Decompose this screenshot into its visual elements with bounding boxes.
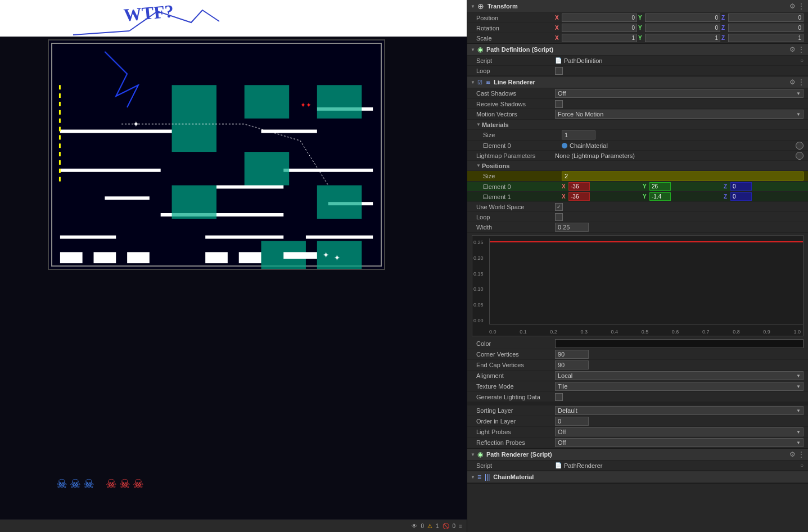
order-in-layer-input[interactable] (555, 417, 589, 426)
cast-shadows-value: Off (558, 90, 566, 97)
texture-mode-label: Texture Mode (476, 383, 555, 390)
chain-material-bars-icon: ||| (485, 473, 490, 481)
positions-size-input[interactable] (562, 172, 804, 181)
pathdef-script-circle[interactable]: ○ (800, 57, 804, 64)
material-dot-icon (562, 143, 567, 148)
motion-vectors-row: Motion Vectors Force No Motion ▼ (467, 109, 808, 120)
path-renderer-gear[interactable]: ⚙ (789, 450, 796, 458)
sorting-layer-row: Sorting Layer Default ▼ (467, 405, 808, 416)
pos-e0-z-label: Z (724, 183, 729, 190)
corner-vertices-label: Corner Vertices (476, 351, 555, 358)
motion-vectors-dropdown[interactable]: Force No Motion ▼ (555, 110, 804, 119)
graph-line-red (490, 241, 803, 242)
texture-mode-dropdown[interactable]: Tile ▼ (555, 382, 804, 391)
end-cap-vertices-label: End Cap Vertices (476, 362, 555, 368)
materials-foldout-row[interactable]: ▼ Materials (467, 120, 808, 130)
pos-e0-x-input[interactable] (568, 182, 590, 191)
pos-e0-y-input[interactable] (649, 182, 671, 191)
materials-size-label: Size (483, 132, 562, 138)
character-red-2: ☠ (119, 477, 130, 492)
path-renderer-icon: ◉ (477, 450, 483, 458)
positions-size-label: Size (483, 173, 562, 179)
lightmap-params-circle[interactable] (796, 152, 804, 160)
lr-enabled-checkbox[interactable]: ☑ (477, 79, 482, 85)
rot-z-input[interactable] (728, 24, 804, 32)
inspector-panel: ▼ ⊕ Transform ⚙ ⋮ Position X Y (467, 0, 808, 532)
path-renderer-header[interactable]: ▼ ◉ Path Renderer (Script) ⚙ ⋮ (467, 449, 808, 461)
pos-y-label: Y (638, 15, 644, 21)
line-renderer-header[interactable]: ▼ ☑ ≋ Line Renderer ⚙ ⋮ (467, 76, 808, 88)
pos-e1-z-input[interactable] (730, 192, 752, 201)
rot-x-input[interactable] (562, 24, 637, 32)
pos-x-label: X (555, 15, 561, 21)
scale-z-label: Z (721, 35, 727, 41)
rot-x-label: X (555, 25, 561, 31)
graph-x-3: 0.3 (580, 329, 588, 335)
path-renderer-circle[interactable]: ○ (800, 462, 804, 468)
path-def-gear[interactable]: ⚙ (789, 46, 796, 53)
alignment-value: Local (558, 372, 572, 379)
pos-x-input[interactable] (562, 13, 637, 22)
pathdef-loop-checkbox[interactable] (555, 67, 563, 75)
receive-shadows-checkbox[interactable] (555, 100, 563, 108)
pos-y-input[interactable] (645, 13, 720, 22)
generate-lighting-checkbox[interactable] (555, 393, 563, 401)
path-renderer-script-row: Script 📄 PathRenderer ○ (467, 461, 808, 471)
use-world-space-checkbox[interactable] (555, 203, 563, 211)
cast-shadows-dropdown[interactable]: Off ▼ (555, 89, 804, 98)
sorting-layer-arrow: ▼ (796, 408, 801, 413)
alignment-dropdown[interactable]: Local ▼ (555, 371, 804, 380)
graph-y-label-0: 0.25 (473, 240, 488, 245)
positions-foldout-row[interactable]: ▼ Positions (467, 161, 808, 171)
lr-menu[interactable]: ⋮ (798, 78, 805, 86)
lr-loop-checkbox[interactable] (555, 213, 563, 221)
rot-y-label: Y (638, 25, 644, 31)
scale-x-input[interactable] (562, 34, 637, 42)
path-renderer-arrow: ▼ (471, 452, 475, 457)
width-input[interactable] (555, 223, 589, 232)
pos-e1-y-input[interactable] (649, 192, 671, 201)
scale-x-label: X (555, 35, 561, 41)
path-renderer-section: ▼ ◉ Path Renderer (Script) ⚙ ⋮ Script 📄 … (467, 449, 808, 471)
scale-z-input[interactable] (728, 34, 804, 42)
transform-header[interactable]: ▼ ⊕ Transform ⚙ ⋮ (467, 0, 808, 13)
svg-line-0 (73, 31, 129, 35)
chain-material-arrow: ▼ (471, 475, 475, 480)
reflection-probes-dropdown[interactable]: Off ▼ (555, 438, 804, 447)
path-def-menu[interactable]: ⋮ (798, 46, 805, 53)
pos-e0-z-input[interactable] (730, 182, 752, 191)
light-probes-dropdown[interactable]: Off ▼ (555, 427, 804, 436)
width-graph[interactable]: 0.25 0.20 0.15 0.10 0.05 0.00 0.0 (472, 235, 804, 336)
sorting-layer-dropdown[interactable]: Default ▼ (555, 406, 804, 415)
collapse-icon[interactable]: ≡ (459, 523, 462, 529)
pos-z-input[interactable] (728, 13, 804, 22)
corner-vertices-input[interactable] (555, 350, 589, 359)
transform-menu[interactable]: ⋮ (798, 2, 805, 10)
materials-size-input[interactable] (562, 130, 595, 139)
status-icon-error: 🚫 (443, 523, 449, 529)
use-world-space-label: Use World Space (476, 204, 555, 210)
material-circle-button[interactable] (796, 142, 804, 150)
pos-e1-x-input[interactable] (568, 192, 590, 201)
path-renderer-script-inner: 📄 PathRenderer (555, 462, 800, 469)
path-renderer-menu[interactable]: ⋮ (798, 450, 805, 458)
lr-gear[interactable]: ⚙ (789, 78, 796, 86)
positions-element1-row: Element 1 X Y Z (467, 192, 808, 202)
graph-x-1: 0.1 (520, 329, 527, 335)
alignment-row: Alignment Local ▼ (467, 371, 808, 381)
graph-x-10: 1.0 (793, 329, 801, 335)
position-xyz: X Y Z (555, 13, 804, 22)
color-bar[interactable] (555, 339, 804, 348)
chain-material-header[interactable]: ▼ ≡ ||| ChainMaterial (467, 471, 808, 483)
path-definition-title: Path Definition (Script) (486, 46, 787, 53)
chain-material-icon: ≡ (477, 473, 481, 481)
transform-gear[interactable]: ⚙ (789, 2, 796, 10)
character-red-3: ☠ (133, 477, 144, 492)
rot-z-label: Z (721, 25, 727, 31)
scale-y-input[interactable] (645, 34, 720, 42)
scale-label: Scale (476, 35, 555, 42)
end-cap-vertices-input[interactable] (555, 360, 589, 369)
path-definition-header[interactable]: ▼ ◉ Path Definition (Script) ⚙ ⋮ (467, 44, 808, 56)
graph-y-label-1: 0.20 (473, 255, 488, 261)
rot-y-input[interactable] (645, 24, 720, 32)
